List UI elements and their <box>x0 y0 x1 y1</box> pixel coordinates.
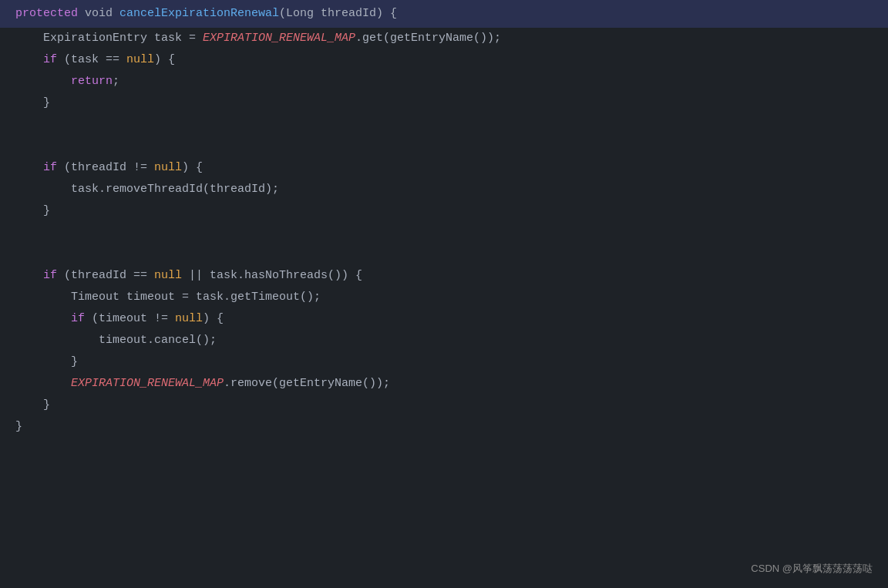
code-line: } <box>0 92 888 114</box>
code-content <box>15 223 22 242</box>
code-line <box>0 136 888 157</box>
code-content: protected void cancelExpirationRenewal(L… <box>15 5 397 23</box>
code-line: } <box>0 351 888 373</box>
code-line: if (threadId != null) { <box>0 157 888 179</box>
code-line <box>0 244 888 265</box>
code-line: if (threadId == null || task.hasNoThread… <box>0 265 888 287</box>
code-line: task.removeThreadId(threadId); <box>0 179 888 200</box>
code-lines: protected void cancelExpirationRenewal(L… <box>0 0 888 438</box>
code-line: ExpirationEntry task = EXPIRATION_RENEWA… <box>0 28 888 49</box>
code-line: Timeout timeout = task.getTimeout(); <box>0 287 888 308</box>
code-line <box>0 114 888 136</box>
code-line <box>0 222 888 244</box>
code-content: } <box>15 418 22 436</box>
code-line: if (task == null) { <box>0 49 888 71</box>
code-editor: protected void cancelExpirationRenewal(L… <box>0 0 888 588</box>
code-content: EXPIRATION_RENEWAL_MAP.remove(getEntryNa… <box>15 375 390 393</box>
code-line: } <box>0 395 888 416</box>
code-content: } <box>15 202 50 220</box>
code-line: } <box>0 416 888 438</box>
code-line: protected void cancelExpirationRenewal(L… <box>0 0 888 28</box>
code-content: if (task == null) { <box>15 51 175 69</box>
code-line: return; <box>0 71 888 92</box>
code-content: } <box>15 94 50 113</box>
code-content: if (threadId != null) { <box>15 159 203 177</box>
code-line: EXPIRATION_RENEWAL_MAP.remove(getEntryNa… <box>0 373 888 395</box>
code-content <box>15 245 22 264</box>
code-line: if (timeout != null) { <box>0 308 888 330</box>
code-content: } <box>15 353 78 371</box>
code-content <box>15 137 22 156</box>
code-content: ExpirationEntry task = EXPIRATION_RENEWA… <box>15 29 501 48</box>
code-content <box>15 116 22 134</box>
code-line: } <box>0 200 888 222</box>
code-content: if (timeout != null) { <box>15 310 224 328</box>
code-content: if (threadId == null || task.hasNoThread… <box>15 267 362 285</box>
code-content: task.removeThreadId(threadId); <box>15 180 279 199</box>
code-content: } <box>15 396 50 415</box>
code-content: return; <box>15 72 119 91</box>
code-line: timeout.cancel(); <box>0 330 888 351</box>
code-content: Timeout timeout = task.getTimeout(); <box>15 288 321 307</box>
watermark-text: CSDN @风筝飘荡荡荡荡哒 <box>751 561 873 577</box>
code-content: timeout.cancel(); <box>15 331 217 350</box>
